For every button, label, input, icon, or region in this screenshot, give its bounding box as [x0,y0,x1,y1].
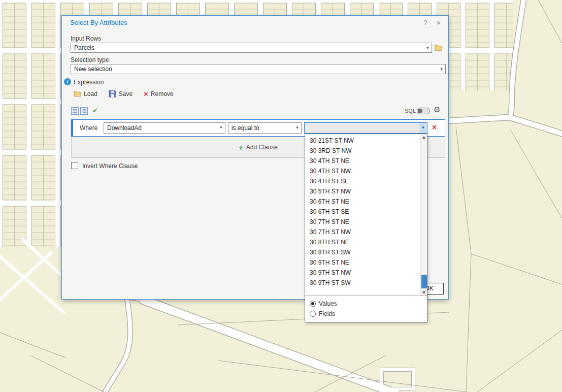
dropdown-value-item[interactable]: 30 4TH ST SE [305,176,427,186]
dropdown-value-item[interactable]: 30 5TH ST NW [305,186,427,197]
remove-clause-icon[interactable]: × [432,123,437,132]
fields-radio-option[interactable]: Fields [310,309,422,319]
help-icon[interactable]: ? [421,18,430,27]
remove-label: Remove [151,90,174,97]
save-label: Save [119,90,133,97]
values-radio-label: Values [319,300,337,307]
fields-radio[interactable] [310,311,316,317]
clause-mode-button[interactable] [71,107,79,115]
operator-combobox[interactable]: is equal to ▾ [228,122,302,134]
load-label: Load [84,90,97,97]
chevron-down-icon[interactable]: ▾ [424,43,432,52]
clause-list-icon [71,107,79,115]
value-dropdown-list: 30 21ST ST NW30 3RD ST NW30 4TH ST NE30 … [305,134,427,296]
load-expression-button[interactable]: Load [74,90,97,97]
dialog-title: Select By Attributes [70,19,127,26]
dropdown-value-item[interactable]: 30 4TH ST NE [305,156,427,166]
add-clause-label: Add Clause [246,144,278,151]
dropdown-value-item[interactable]: 30 7TH ST NW [305,227,427,237]
where-label: Where [80,124,97,132]
selection-type-value: New selection [74,66,112,73]
field-combobox[interactable]: DownloadAd ▾ [104,122,225,134]
dropdown-value-item[interactable]: 30 21ST ST NW [305,136,427,146]
scrollbar-thumb[interactable] [421,275,427,288]
dialog-titlebar[interactable]: Select By Attributes ? × [62,16,448,29]
scroll-up-icon[interactable] [421,134,427,141]
verify-expression-icon[interactable]: ✔ [92,107,98,114]
clause-indent-button[interactable] [80,107,88,115]
value-combobox[interactable]: ▾ [304,122,427,134]
folder-icon [74,90,81,97]
sql-label: SQL [405,108,416,114]
input-rows-value: Parcels [74,44,94,51]
clause-indent-icon [80,107,88,115]
application-window: Select By Attributes ? × Input Rows Parc… [0,0,562,392]
save-icon [109,90,116,97]
value-dropdown-panel: 30 21ST ST NW30 3RD ST NW30 4TH ST NE30 … [305,134,427,322]
dropdown-mode-radios: Values Fields [305,296,427,322]
dropdown-value-item[interactable]: 30 4TH ST NW [305,166,427,176]
selection-type-label: Selection type [71,56,109,63]
chevron-down-icon[interactable]: ▾ [217,123,225,133]
values-radio-option[interactable]: Values [310,299,422,309]
dropdown-scrollbar[interactable] [420,134,427,296]
plus-icon: + [239,143,243,152]
dropdown-value-item[interactable]: 30 6TH ST NE [305,197,427,207]
save-expression-button[interactable]: Save [109,90,133,97]
fields-radio-label: Fields [319,310,335,317]
folder-icon [435,44,442,51]
field-value: DownloadAd [107,124,142,132]
browse-folder-button[interactable] [435,44,442,51]
chevron-down-icon[interactable]: ▾ [419,123,427,133]
gear-icon[interactable]: ⚙ [434,105,440,114]
input-rows-label: Input Rows [71,35,101,42]
dropdown-value-item[interactable]: 30 6TH ST SE [305,207,427,217]
expression-label: Expression [74,79,104,86]
sql-toggle[interactable] [417,108,430,114]
close-icon[interactable]: × [434,18,443,27]
chevron-down-icon[interactable]: ▾ [293,123,301,133]
values-radio[interactable] [310,301,316,307]
dropdown-value-item[interactable]: 30 9TH ST NE [305,257,427,268]
dropdown-value-item[interactable]: 30 8TH ST SW [305,247,427,257]
dropdown-value-item[interactable]: 30 9TH ST SW [305,278,427,288]
chevron-down-icon[interactable]: ▾ [438,64,445,74]
invert-where-checkbox[interactable] [71,162,78,169]
dropdown-value-item[interactable]: 30 8TH ST NE [305,237,427,247]
expression-toolbar: Load Save × Remove [74,90,185,97]
input-rows-combobox[interactable]: Parcels ▾ [71,43,432,53]
info-icon: i [64,78,71,85]
dropdown-value-item[interactable]: 30 3RD ST NW [305,146,427,156]
selection-type-combobox[interactable]: New selection ▾ [71,64,446,74]
invert-where-label: Invert Where Clause [82,162,138,170]
dropdown-value-item[interactable]: 30 9TH ST NW [305,268,427,278]
operator-value: is equal to [232,124,259,132]
remove-expression-button[interactable]: × Remove [144,90,173,97]
dropdown-value-item[interactable]: 30 7TH ST NE [305,217,427,227]
remove-x-icon: × [144,90,148,97]
scroll-down-icon[interactable] [421,289,427,296]
